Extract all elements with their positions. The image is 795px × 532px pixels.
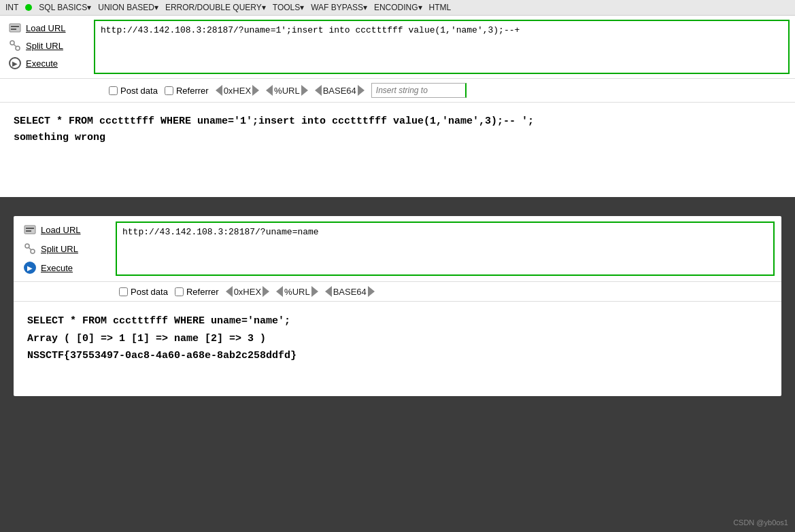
url-arrow-right-icon	[301, 85, 308, 96]
top-referrer-group: Referrer	[165, 86, 209, 96]
bottom-base64-label: BASE64	[333, 287, 367, 297]
bottom-url-arrow-left-icon	[276, 286, 283, 297]
base64-arrow-right-icon	[358, 85, 365, 96]
top-url-input[interactable]: http://43.142.108.3:28187/?uname=1';inse…	[94, 20, 790, 74]
bottom-hex-arrow-right-icon	[263, 286, 269, 297]
top-referrer-label: Referrer	[176, 86, 209, 96]
nav-tools[interactable]: TOOLS▾	[273, 3, 304, 12]
bottom-post-data-checkbox[interactable]	[119, 287, 128, 296]
bottom-referrer-group: Referrer	[175, 287, 219, 297]
bottom-split-url-label: Split URL	[41, 244, 78, 254]
nav-union[interactable]: UNION BASED▾	[98, 3, 158, 12]
top-base64-label: BASE64	[323, 86, 356, 96]
bottom-url-arrow-right-icon	[311, 286, 318, 297]
top-split-url-button[interactable]: Split URL	[5, 37, 87, 54]
bottom-load-url-button[interactable]: Load URL	[20, 221, 109, 238]
split-url-icon	[8, 39, 22, 52]
nav-bar: INT SQL BASICS▾ UNION BASED▾ ERROR/DOUBL…	[0, 0, 795, 16]
bottom-url-encode-label: %URL	[284, 287, 310, 297]
bottom-post-data-group: Post data	[119, 287, 168, 297]
top-split-url-label: Split URL	[26, 41, 63, 51]
top-url-actions: Load URL Split URL ▶ Execute	[5, 20, 87, 74]
bottom-url-actions: Load URL Split URL ▶ Execute	[20, 221, 109, 276]
hex-arrow-left-icon	[216, 85, 222, 96]
svg-rect-6	[24, 226, 35, 234]
green-dot-icon	[25, 4, 32, 11]
bottom-split-url-icon	[23, 242, 37, 255]
top-base64-encode-btn[interactable]: BASE64	[315, 85, 365, 96]
bottom-post-data-label: Post data	[131, 287, 168, 297]
top-panel: INT SQL BASICS▾ UNION BASED▾ ERROR/DOUBL…	[0, 0, 795, 197]
bottom-url-section: Load URL Split URL ▶ Execute http://43.1…	[14, 216, 781, 281]
top-execute-label: Execute	[26, 58, 58, 69]
bottom-load-url-label: Load URL	[41, 225, 81, 235]
top-post-data-group: Post data	[109, 86, 158, 96]
bottom-url-input[interactable]: http://43.142.108.3:28187/?uname=name	[116, 221, 775, 276]
top-url-section: Load URL Split URL ▶ Execute http://43.1…	[0, 16, 795, 78]
top-post-data-checkbox[interactable]	[109, 86, 118, 95]
base64-arrow-left-icon	[315, 85, 322, 96]
bottom-split-url-button[interactable]: Split URL	[20, 241, 109, 257]
bottom-base64-arrow-left-icon	[325, 286, 332, 297]
bottom-result-line4: NSSCTF{37553497-0ac8-4a60-a68e-8ab2c258d…	[27, 347, 768, 365]
top-result-area: SELECT * FROM ccctttfff WHERE uname='1';…	[0, 102, 795, 197]
svg-rect-1	[11, 26, 19, 27]
top-hex-encode-btn[interactable]: 0xHEX	[216, 85, 259, 96]
svg-rect-2	[11, 29, 16, 30]
bottom-result-line1: SELECT * FROM ccctttfff WHERE uname='nam…	[27, 313, 768, 330]
watermark: CSDN @yb0os1	[733, 518, 788, 527]
execute-icon: ▶	[8, 56, 22, 70]
bottom-hex-label: 0xHEX	[234, 287, 261, 297]
top-url-encode-label: %URL	[274, 86, 300, 96]
top-insert-string-input[interactable]	[371, 83, 467, 98]
nav-encoding[interactable]: ENCODING▾	[374, 3, 422, 12]
bottom-execute-button[interactable]: ▶ Execute	[20, 260, 109, 276]
bottom-inner-panel: Load URL Split URL ▶ Execute http://43.1…	[14, 216, 781, 396]
top-encoding-bar: Post data Referrer 0xHEX %URL BASE64	[0, 78, 795, 102]
top-load-url-button[interactable]: Load URL	[5, 20, 87, 36]
bottom-result-area: SELECT * FROM ccctttfff WHERE uname='nam…	[14, 301, 781, 396]
hex-arrow-right-icon	[252, 85, 259, 96]
top-result-line1: SELECT * FROM ccctttfff WHERE uname='1';…	[14, 113, 781, 130]
bottom-load-url-icon	[23, 223, 37, 236]
nav-error[interactable]: ERROR/DOUBLE QUERY▾	[165, 3, 266, 12]
bottom-hex-encode-btn[interactable]: 0xHEX	[226, 286, 269, 297]
svg-line-11	[29, 247, 31, 250]
bottom-url-encode-btn[interactable]: %URL	[276, 286, 318, 297]
bottom-result-line3: Array ( [0] => 1 [1] => name [2] => 3 )	[27, 330, 768, 348]
top-result-line3: something wrong	[14, 130, 781, 146]
top-execute-button[interactable]: ▶ Execute	[5, 55, 87, 71]
bottom-execute-label: Execute	[41, 263, 73, 273]
svg-rect-7	[26, 228, 34, 229]
bottom-base64-arrow-right-icon	[368, 286, 375, 297]
top-url-encode-btn[interactable]: %URL	[266, 85, 308, 96]
load-url-icon	[8, 21, 22, 35]
nav-html[interactable]: HTML	[429, 3, 452, 12]
bottom-referrer-label: Referrer	[186, 287, 219, 297]
nav-sql-basics[interactable]: SQL BASICS▾	[39, 3, 91, 12]
panel-divider	[0, 197, 795, 209]
bottom-hex-arrow-left-icon	[226, 286, 233, 297]
bottom-referrer-checkbox[interactable]	[175, 287, 184, 296]
top-referrer-checkbox[interactable]	[165, 86, 173, 95]
nav-int[interactable]: INT	[5, 3, 18, 12]
bottom-base64-encode-btn[interactable]: BASE64	[325, 286, 375, 297]
bottom-execute-icon: ▶	[23, 261, 37, 274]
bottom-encoding-bar: Post data Referrer 0xHEX %URL BASE64	[14, 281, 781, 301]
bottom-panel: Load URL Split URL ▶ Execute http://43.1…	[0, 209, 795, 410]
top-post-data-label: Post data	[120, 86, 158, 96]
svg-line-5	[14, 44, 16, 47]
top-load-url-label: Load URL	[26, 23, 66, 33]
svg-rect-8	[26, 230, 31, 232]
top-hex-label: 0xHEX	[224, 86, 251, 96]
svg-rect-0	[10, 24, 20, 32]
url-arrow-left-icon	[266, 85, 273, 96]
nav-waf[interactable]: WAF BYPASS▾	[311, 3, 367, 12]
